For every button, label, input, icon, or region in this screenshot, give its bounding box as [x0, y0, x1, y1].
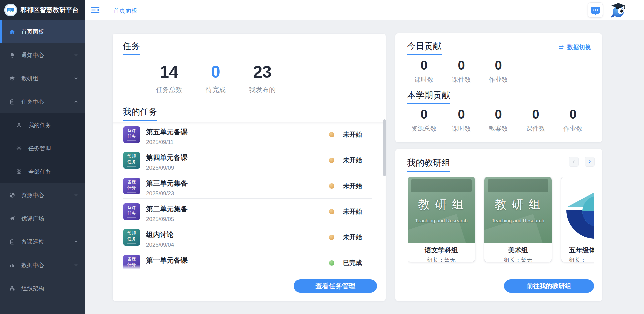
stat-published-tasks: 23 我发布的	[239, 63, 286, 94]
status-label: 未开始	[343, 207, 362, 216]
bell-icon	[9, 52, 15, 58]
graduation-cap-icon	[9, 75, 15, 82]
task-list-scrollbar[interactable]	[383, 119, 386, 176]
task-title: 第二单元集备	[146, 204, 188, 214]
user-icon	[16, 122, 22, 128]
my-tasks-title: 我的任务	[123, 106, 157, 121]
task-list: 备课任务 第五单元备课2025/09/11 未开始 常规任务 第四单元备课202…	[113, 122, 386, 269]
sidebar-item-quality-course-plaza[interactable]: 优课广场	[0, 207, 85, 230]
sidebar-item-task-management[interactable]: 任务管理	[0, 137, 85, 160]
stat-courseware: 0课件数	[517, 108, 554, 133]
sidebar-item-org-structure[interactable]: 组织架构	[0, 277, 85, 300]
task-type-badge: 常规任务	[123, 229, 140, 246]
task-row[interactable]: 备课任务 第一单元备课 已完成	[113, 250, 386, 269]
data-switch-link[interactable]: 数据切换	[558, 43, 591, 51]
sidebar-item-data-center[interactable]: 数据中心	[0, 253, 85, 277]
group-name: 美术组	[484, 246, 552, 255]
today-contribution-title: 今日贡献	[407, 40, 442, 55]
sidebar-item-label: 数据中心	[21, 261, 44, 269]
user-avatar[interactable]	[609, 1, 627, 19]
group-name: 五年级体	[569, 246, 594, 255]
status-dot-icon	[329, 158, 334, 163]
sidebar-item-label: 首页面板	[21, 28, 44, 36]
sidebar-item-lesson-prep-inspection[interactable]: 备课巡检	[0, 230, 85, 253]
contributions-card: 今日贡献 数据切换 0课时数 0课件数 0作业数 本学期贡献 0资源总数 0课时…	[395, 33, 602, 142]
stat-value: 23	[239, 63, 286, 81]
platform-logo-icon	[4, 4, 17, 16]
tasks-card: 任务 14 任务总数 0 待完成 23 我发布的 我的任务 备课任务	[113, 34, 386, 301]
breadcrumb[interactable]: 首页面板	[113, 7, 137, 15]
sidebar-item-my-tasks[interactable]: 我的任务	[0, 113, 85, 137]
status-label: 未开始	[343, 182, 362, 190]
status-label: 未开始	[343, 130, 362, 139]
group-card[interactable]: 教 研 组 Teaching and Research 语文学科组 组长：暂无	[408, 177, 475, 262]
sidebar-item-all-tasks[interactable]: 全部任务	[0, 160, 85, 183]
group-card[interactable]: 五年级体 组长：	[561, 177, 594, 262]
stat-homework: 0作业数	[480, 59, 517, 84]
messages-button[interactable]	[588, 2, 603, 18]
view-task-management-button[interactable]: 查看任务管理	[294, 279, 377, 293]
stat-label: 我发布的	[239, 85, 286, 94]
menu-fold-icon[interactable]	[91, 6, 100, 14]
stat-label: 任务总数	[146, 85, 192, 94]
semester-stats: 0资源总数 0课时数 0教案数 0课件数 0作业数	[405, 108, 592, 133]
task-date: 2025/09/05	[146, 216, 188, 223]
stat-label: 待完成	[192, 85, 239, 94]
pinwheel-logo-icon	[562, 177, 594, 243]
task-status: 未开始	[329, 173, 362, 199]
task-title: 第五单元备课	[146, 127, 188, 137]
task-status: 未开始	[329, 147, 362, 173]
task-date: 2025/09/11	[146, 139, 188, 146]
group-name: 语文学科组	[408, 246, 475, 255]
status-label: 未开始	[343, 233, 362, 242]
sidebar-item-home-panel[interactable]: 首页面板	[0, 20, 85, 43]
task-type-badge: 常规任务	[123, 152, 140, 169]
app-title: 郫都区智慧教研平台	[20, 6, 79, 14]
home-icon	[9, 28, 15, 35]
status-dot-icon	[329, 209, 334, 214]
gear-icon	[16, 145, 22, 152]
stat-value: 14	[146, 63, 192, 81]
group-leader: 组长：暂无	[484, 256, 552, 262]
status-dot-icon	[329, 260, 334, 266]
sidebar-item-teaching-research-group[interactable]: 教研组	[0, 67, 85, 90]
carousel-next-button[interactable]	[585, 157, 595, 167]
sidebar-item-label: 任务中心	[21, 98, 44, 106]
task-row[interactable]: 常规任务 第四单元备课2025/09/09 未开始	[113, 147, 386, 173]
task-stats: 14 任务总数 0 待完成 23 我发布的	[146, 63, 286, 94]
task-status: 未开始	[329, 122, 362, 147]
sidebar-menu: 首页面板 通知中心 教研组 任务中心 我的任务	[0, 20, 85, 300]
sidebar: 郫都区智慧教研平台 首页面板 通知中心 教研组 任务中心	[0, 0, 85, 314]
group-leader: 组长：暂无	[408, 256, 475, 262]
paper-plane-icon	[9, 215, 15, 222]
sidebar-item-resource-center[interactable]: 资源中心	[0, 183, 85, 207]
group-card[interactable]: 教 研 组 Teaching and Research 美术组 组长：暂无	[484, 177, 552, 262]
task-title: 第四单元备课	[146, 153, 188, 162]
carousel-prev-button[interactable]	[569, 157, 579, 167]
task-type-badge: 备课任务	[123, 203, 140, 220]
stat-class-hours: 0课时数	[443, 108, 480, 133]
stat-value: 0	[192, 63, 239, 81]
stat-lesson-plans: 0教案数	[480, 108, 517, 133]
stat-total-resources: 0资源总数	[405, 108, 443, 133]
go-to-my-groups-button[interactable]: 前往我的教研组	[504, 279, 594, 293]
task-title: 组内讨论	[146, 230, 174, 239]
group-leader: 组长：	[569, 256, 594, 262]
task-row[interactable]: 备课任务 第三单元集备2025/09/23 未开始	[113, 173, 386, 199]
sidebar-item-label: 通知中心	[21, 51, 44, 59]
task-status: 未开始	[329, 199, 362, 224]
status-dot-icon	[329, 235, 334, 240]
sidebar-item-label: 我的任务	[28, 121, 51, 129]
clipboard-check-icon	[9, 238, 15, 245]
sidebar-item-label: 优课广场	[21, 215, 44, 222]
task-status: 已完成	[329, 250, 362, 269]
task-row[interactable]: 常规任务 组内讨论2025/09/04 未开始	[113, 224, 386, 250]
task-row[interactable]: 备课任务 第二单元集备2025/09/05 未开始	[113, 199, 386, 224]
task-status: 未开始	[329, 224, 362, 250]
task-row[interactable]: 备课任务 第五单元备课2025/09/11 未开始	[113, 122, 386, 147]
sidebar-item-task-center[interactable]: 任务中心	[0, 90, 85, 113]
status-label: 已完成	[343, 259, 362, 267]
task-date: 2025/09/04	[146, 242, 174, 248]
task-title: 第三单元集备	[146, 179, 188, 188]
sidebar-item-notification-center[interactable]: 通知中心	[0, 43, 85, 67]
